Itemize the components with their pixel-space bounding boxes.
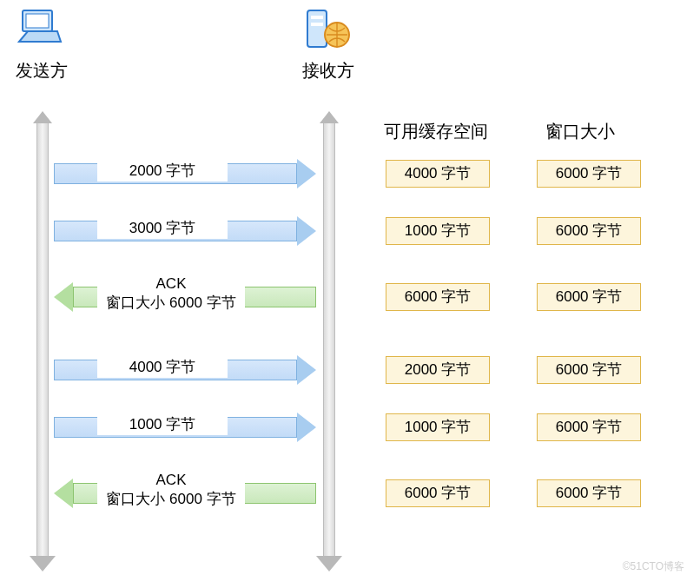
svg-rect-1: [26, 14, 49, 28]
arrow-label: ACK窗口大小 6000 字节: [97, 274, 245, 314]
window-cell: 6000 字节: [537, 413, 641, 441]
sender-timeline: [33, 111, 52, 571]
diagram: 发送方 接收方 可用缓存空间 窗口大小 2000 字节3000 字节ACK窗口大…: [9, 9, 691, 579]
receiver-label: 接收方: [302, 59, 354, 83]
buffer-cell: 1000 字节: [386, 413, 490, 441]
col-header-buffer: 可用缓存空间: [384, 120, 488, 143]
buffer-cell: 6000 字节: [386, 283, 490, 311]
send-arrow: 2000 字节: [54, 159, 316, 188]
sender-label: 发送方: [16, 59, 68, 83]
window-cell: 6000 字节: [537, 479, 641, 507]
buffer-cell: 6000 字节: [386, 479, 490, 507]
arrow-label: 4000 字节: [97, 356, 228, 378]
watermark: ©51CTO博客: [623, 559, 684, 574]
laptop-icon: [17, 9, 63, 47]
receiver-timeline: [320, 111, 339, 571]
ack-arrow: ACK窗口大小 6000 字节: [54, 282, 316, 312]
window-cell: 6000 字节: [537, 356, 641, 384]
arrow-label: 1000 字节: [97, 413, 228, 435]
col-header-window: 窗口大小: [545, 120, 615, 143]
send-arrow: 4000 字节: [54, 355, 316, 385]
arrow-label: 3000 字节: [97, 217, 228, 239]
buffer-cell: 2000 字节: [386, 356, 490, 384]
svg-rect-3: [311, 16, 323, 19]
arrow-label: 2000 字节: [97, 160, 228, 182]
ack-arrow: ACK窗口大小 6000 字节: [54, 479, 316, 508]
window-cell: 6000 字节: [537, 217, 641, 245]
svg-rect-4: [311, 23, 323, 26]
window-cell: 6000 字节: [537, 283, 641, 311]
send-arrow: 3000 字节: [54, 216, 316, 246]
window-cell: 6000 字节: [537, 160, 641, 188]
server-globe-icon: [306, 9, 353, 50]
send-arrow: 1000 字节: [54, 413, 316, 442]
buffer-cell: 4000 字节: [386, 160, 490, 188]
arrow-label: ACK窗口大小 6000 字节: [97, 470, 245, 510]
buffer-cell: 1000 字节: [386, 217, 490, 245]
